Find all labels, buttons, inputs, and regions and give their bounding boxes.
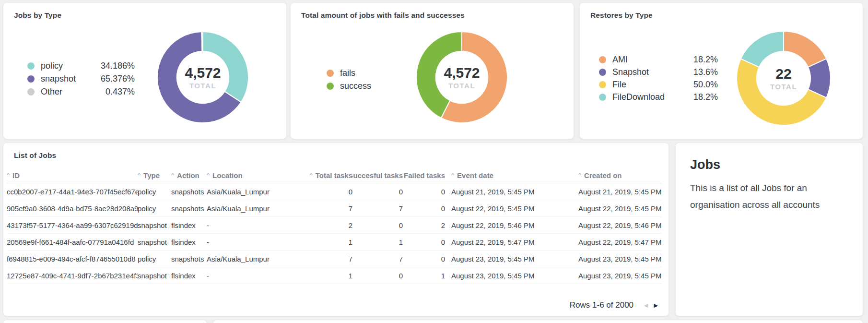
- legend-item-other[interactable]: Other0.437%: [27, 85, 135, 98]
- donut-chart: 22 TOTAL: [736, 30, 832, 126]
- legend-label: Snapshot: [612, 67, 649, 77]
- cell-action: flsindex: [171, 221, 207, 229]
- cell-event-date: August 22, 2019, 5:46 PM: [445, 221, 578, 229]
- sort-icon: ^: [578, 171, 581, 179]
- donut-segment-filedownload[interactable]: [741, 31, 784, 67]
- legend-label: success: [340, 81, 371, 91]
- cell-total-tasks: 2: [273, 221, 352, 229]
- cell-failed-tasks: 0: [403, 188, 445, 196]
- column-header-total-tasks[interactable]: ^Total tasks: [273, 171, 352, 179]
- chart-legend: AMI18.2%Snapshot13.6%File50.0%FileDownlo…: [599, 53, 718, 103]
- legend-color-dot: [599, 81, 606, 88]
- cell-created-on: August 22, 2019, 5:47 PM: [578, 238, 662, 246]
- cell-id: cc0b2007-e717-44a1-94e3-707f45ecf67e: [7, 188, 138, 196]
- legend-value: 18.2%: [693, 92, 718, 102]
- legend-label: Other: [41, 87, 62, 97]
- cell-created-on: August 21, 2019, 5:45 PM: [578, 188, 662, 196]
- legend-item-policy[interactable]: policy34.186%: [27, 60, 135, 72]
- donut-chart-svg: [156, 31, 249, 124]
- next-page-button[interactable]: ▶: [651, 300, 661, 310]
- cell-type: snapshot: [138, 238, 171, 246]
- table-body: cc0b2007-e717-44a1-94e3-707f45ecf67epoli…: [7, 183, 662, 284]
- table-row[interactable]: 905ef9a0-3608-4d9a-bd75-8ae28d208a94poli…: [7, 200, 662, 217]
- table-row[interactable]: 20569e9f-f661-484f-aafc-07791a0416fdsnap…: [7, 234, 662, 251]
- cell-total-tasks: 7: [273, 255, 352, 263]
- info-title: Jobs: [690, 157, 720, 172]
- legend-item-success[interactable]: success: [327, 80, 394, 93]
- cell-id: 905ef9a0-3608-4d9a-bd75-8ae28d208a94: [7, 204, 138, 213]
- column-header-location[interactable]: ^Location: [207, 171, 273, 179]
- table-row[interactable]: 12725e87-409c-4741-9df7-2b67b231e4f3snap…: [7, 267, 662, 284]
- cell-total-tasks: 0: [273, 188, 352, 196]
- prev-page-button[interactable]: ◀: [641, 300, 651, 310]
- legend-color-dot: [599, 69, 606, 76]
- legend-value: 34.186%: [101, 61, 135, 71]
- legend-value: 0.437%: [106, 87, 135, 97]
- cell-location: -: [207, 238, 273, 246]
- legend-item-filedownload[interactable]: FileDownload18.2%: [599, 91, 718, 103]
- legend-item-ami[interactable]: AMI18.2%: [599, 53, 718, 66]
- cell-type: snapshot: [138, 272, 171, 280]
- pagination-label: Rows 1-6 of 2000: [570, 300, 633, 310]
- cell-total-tasks: 1: [273, 272, 352, 280]
- column-header-action[interactable]: ^Action: [171, 171, 207, 179]
- cell-type: policy: [138, 204, 171, 213]
- table-row[interactable]: 43173f57-5177-4364-aa99-6307c62919ddsnap…: [7, 217, 662, 234]
- legend-label: AMI: [612, 55, 628, 65]
- cell-created-on: August 23, 2019, 5:45 PM: [578, 272, 662, 280]
- legend-color-dot: [27, 75, 35, 83]
- legend-value: 50.0%: [693, 80, 718, 90]
- cell-event-date: August 23, 2019, 5:45 PM: [445, 272, 578, 280]
- panel-jobs-by-type: Jobs by Type policy34.186%snapshot65.376…: [3, 2, 287, 139]
- legend-item-file[interactable]: File50.0%: [599, 78, 718, 91]
- panel-title: Restores by Type: [590, 11, 653, 20]
- cell-type: policy: [138, 188, 171, 196]
- legend-label: fails: [340, 68, 355, 78]
- column-header-id[interactable]: ^ID: [7, 171, 138, 179]
- cell-total-tasks: 7: [273, 204, 352, 213]
- panel-title: Jobs by Type: [14, 11, 61, 20]
- cell-succesful-tasks: 0: [352, 272, 403, 280]
- column-header-failed-tasks[interactable]: ^Failed tasks: [403, 171, 445, 179]
- column-header-label: ID: [12, 171, 20, 179]
- cell-type: snapshot: [138, 221, 171, 229]
- column-header-label: Location: [212, 171, 243, 179]
- donut-segment-other[interactable]: [201, 32, 203, 51]
- cell-succesful-tasks: 7: [352, 204, 403, 213]
- legend-item-snapshot[interactable]: snapshot65.376%: [27, 72, 135, 85]
- column-header-label: Total tasks: [316, 171, 352, 179]
- panel-fails-successes: Total amount of jobs with fails and succ…: [290, 2, 574, 139]
- column-header-type[interactable]: ^Type: [138, 171, 171, 179]
- column-header-created-on[interactable]: ^Created on: [578, 171, 662, 179]
- cell-id: 20569e9f-f661-484f-aafc-07791a0416fd: [7, 238, 138, 246]
- legend-value: 13.6%: [693, 67, 718, 77]
- column-header-label: Event date: [457, 171, 493, 179]
- donut-chart: 4,572 TOTAL: [415, 31, 508, 124]
- sort-icon: ^: [7, 171, 10, 179]
- cell-succesful-tasks: 0: [352, 221, 403, 229]
- legend-color-dot: [327, 83, 334, 90]
- table-header-row: ^ID^Type^Action^Location^Total tasks^Suc…: [7, 168, 662, 183]
- donut-chart-svg: [415, 31, 508, 124]
- legend-item-fails[interactable]: fails: [327, 67, 394, 80]
- column-header-succesful-tasks[interactable]: ^Succesful tasks: [352, 171, 403, 179]
- legend-color-dot: [27, 88, 35, 96]
- cell-succesful-tasks: 1: [352, 238, 403, 246]
- panel-jobs-info: Jobs This is a list of all Jobs for an o…: [675, 143, 863, 316]
- column-header-label: Failed tasks: [404, 171, 445, 179]
- cell-type: policy: [138, 255, 171, 263]
- column-header-event-date[interactable]: ^Event date: [445, 171, 578, 179]
- cell-id: f6948815-e009-494c-afcf-f874655010d8: [7, 255, 138, 263]
- table-row[interactable]: f6948815-e009-494c-afcf-f874655010d8poli…: [7, 251, 662, 267]
- legend-color-dot: [27, 62, 35, 70]
- cell-id: 43173f57-5177-4364-aa99-6307c62919dd: [7, 221, 138, 229]
- pagination: Rows 1-6 of 2000 ◀ ▶: [570, 300, 661, 310]
- legend-color-dot: [599, 56, 606, 63]
- table-row[interactable]: cc0b2007-e717-44a1-94e3-707f45ecf67epoli…: [7, 183, 662, 200]
- cell-location: Asia/Kuala_Lumpur: [207, 204, 273, 213]
- panel-restores-by-type: Restores by Type AMI18.2%Snapshot13.6%Fi…: [579, 2, 863, 139]
- sort-icon: ^: [451, 171, 454, 179]
- legend-color-dot: [327, 70, 334, 77]
- legend-item-snapshot[interactable]: Snapshot13.6%: [599, 66, 718, 78]
- column-header-label: Created on: [584, 171, 622, 179]
